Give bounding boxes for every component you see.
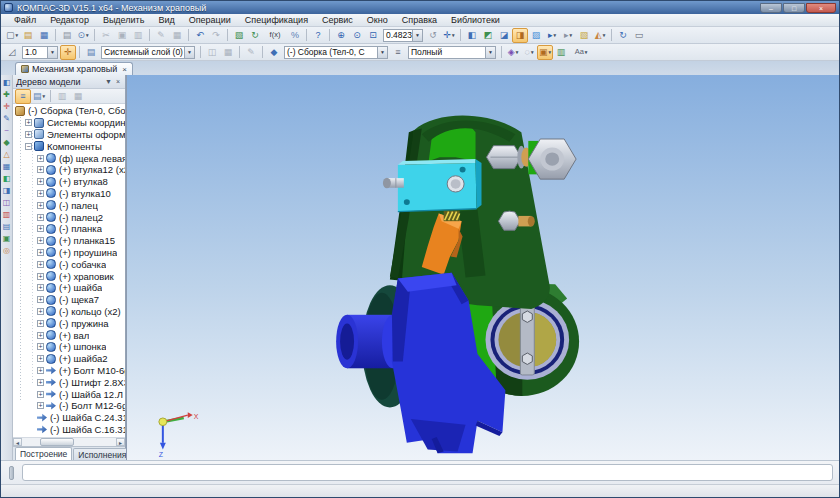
section-view-button[interactable]: ◭▾: [592, 28, 608, 43]
expand-toggle-icon[interactable]: +: [37, 391, 44, 398]
tree-item[interactable]: + (+) вал: [13, 329, 125, 341]
scroll-track[interactable]: [22, 438, 116, 446]
dropdown-arrow-icon[interactable]: ▼: [485, 47, 495, 58]
update-document-button[interactable]: ↻: [247, 28, 263, 43]
menu-item[interactable]: Операции: [182, 15, 238, 25]
tree-composition-button[interactable]: ▤▾: [31, 89, 47, 104]
close-button[interactable]: ×: [806, 3, 836, 13]
expand-toggle-icon[interactable]: +: [37, 237, 44, 244]
menu-item[interactable]: Сервис: [315, 15, 360, 25]
layers-button[interactable]: ▤: [83, 45, 99, 60]
rotate-model-button[interactable]: ↻: [615, 28, 631, 43]
scroll-thumb[interactable]: [40, 438, 74, 446]
panel-apps-icon[interactable]: ◎: [1, 245, 12, 256]
tree-item[interactable]: (-) Шайба С.24.31 ГО: [13, 412, 125, 424]
fx-variables-button[interactable]: f(x): [263, 28, 287, 43]
expand-toggle-icon[interactable]: +: [37, 273, 44, 280]
panel-measure-icon[interactable]: ◫: [1, 197, 12, 208]
document-tab[interactable]: Механизм храповый ×: [15, 62, 133, 75]
menu-item[interactable]: Вид: [151, 15, 181, 25]
designations-button[interactable]: Aa▾: [569, 45, 593, 60]
menu-item[interactable]: Справка: [395, 15, 444, 25]
expand-toggle-icon[interactable]: +: [37, 166, 44, 173]
tree-item[interactable]: + (-) щека7: [13, 294, 125, 306]
scroll-left-icon[interactable]: ◄: [13, 438, 22, 446]
tree-item[interactable]: + (+) проушина: [13, 247, 125, 259]
tree-item[interactable]: + (+) шайба: [13, 282, 125, 294]
zoom-area-button[interactable]: ⊡: [365, 28, 381, 43]
tree-item[interactable]: + (+) шайба2: [13, 353, 125, 365]
menu-item[interactable]: Файл: [7, 15, 43, 25]
document-scale-icon[interactable]: ◿: [4, 45, 20, 60]
message-input[interactable]: [22, 464, 833, 481]
tree-item[interactable]: + (ф) щека левая: [13, 152, 125, 164]
dropdown-arrow-icon[interactable]: ▼: [377, 47, 387, 58]
expand-toggle-icon[interactable]: +: [37, 332, 44, 339]
tree-structure-button[interactable]: ≡: [15, 89, 31, 104]
cut-button[interactable]: ✂: [98, 28, 114, 43]
expand-toggle-icon[interactable]: +: [37, 296, 44, 303]
tree-item[interactable]: + (-) пружина: [13, 317, 125, 329]
model-spring[interactable]: [444, 211, 460, 222]
refresh-view-button[interactable]: ↺: [425, 28, 441, 43]
menu-item[interactable]: Библиотеки: [444, 15, 507, 25]
select-filter-button[interactable]: ▸▾: [544, 28, 560, 43]
panel-body-icon[interactable]: ◧: [1, 173, 12, 184]
scroll-right-icon[interactable]: ►: [116, 438, 125, 446]
preview-button[interactable]: ⊙▾: [75, 28, 91, 43]
splitter-grip[interactable]: [9, 466, 14, 480]
display-combo[interactable]: Полный ▼: [408, 46, 496, 59]
current-part-icon[interactable]: ◆: [266, 45, 282, 60]
tree-item[interactable]: + (-) Гайка М24х2-6Н.0: [13, 435, 125, 437]
panel-reports-icon[interactable]: ▣: [1, 233, 12, 244]
expand-toggle-icon[interactable]: +: [37, 249, 44, 256]
zoom-scale-combo[interactable]: 0.4823 ▼: [383, 29, 423, 42]
expand-toggle-icon[interactable]: +: [37, 190, 44, 197]
tree-item[interactable]: + (+) Болт М10-6gх50.1: [13, 365, 125, 377]
tree-item[interactable]: − Компоненты: [13, 140, 125, 152]
paste-button[interactable]: ▥: [130, 28, 146, 43]
tree-item[interactable]: + (-) Штифт 2.8Х32 ГОС: [13, 376, 125, 388]
tree-item[interactable]: + (-) собачка: [13, 258, 125, 270]
expand-toggle-icon[interactable]: +: [37, 202, 44, 209]
menu-item[interactable]: Окно: [360, 15, 395, 25]
expand-toggle-icon[interactable]: +: [37, 178, 44, 185]
shading-mode-button[interactable]: ◨: [512, 28, 528, 43]
expand-toggle-icon[interactable]: +: [37, 225, 44, 232]
menu-item[interactable]: Выделить: [96, 15, 152, 25]
minimize-button[interactable]: –: [760, 3, 782, 13]
expand-toggle-icon[interactable]: +: [37, 379, 44, 386]
tree-item[interactable]: + (-) Болт М12-6gх40.10: [13, 400, 125, 412]
components-filter-button[interactable]: ◈▾: [505, 45, 521, 60]
layout-button[interactable]: ◫: [204, 45, 220, 60]
zoom-selected-button[interactable]: ⊙: [349, 28, 365, 43]
tree-item[interactable]: + (+) храповик: [13, 270, 125, 282]
show-frame-button[interactable]: ▭: [631, 28, 647, 43]
orientation-top-button[interactable]: ◩: [480, 28, 496, 43]
copy-properties-button[interactable]: ✎: [153, 28, 169, 43]
scale-combo[interactable]: 1.0 ▼: [22, 46, 58, 59]
expand-toggle-icon[interactable]: +: [37, 367, 44, 374]
dropdown-arrow-icon[interactable]: ▼: [47, 47, 57, 58]
print-button[interactable]: ▤: [59, 28, 75, 43]
hide-objects-button[interactable]: ▧: [576, 28, 592, 43]
tree-horizontal-scrollbar[interactable]: ◄ ►: [13, 437, 125, 446]
tree-item[interactable]: (-) Сборка (Тел-0, Сборочны: [13, 105, 125, 117]
tree-item[interactable]: + (+) планка15: [13, 235, 125, 247]
panel-close-icon[interactable]: ×: [114, 78, 122, 85]
tab-close-icon[interactable]: ×: [122, 65, 127, 74]
panel-filters-icon[interactable]: ▥: [1, 209, 12, 220]
panel-arrays-icon[interactable]: ▦: [1, 161, 12, 172]
orientation-iso-button[interactable]: ◪: [496, 28, 512, 43]
snap-toggle-button[interactable]: ✛: [60, 45, 76, 60]
tree-item[interactable]: + (-) палец: [13, 199, 125, 211]
load-mode-button[interactable]: ▣▾: [537, 45, 553, 60]
visibility-button[interactable]: ◌▾: [521, 45, 537, 60]
tree-item[interactable]: + Элементы оформления: [13, 129, 125, 141]
maximize-button[interactable]: □: [783, 3, 805, 13]
expand-toggle-icon[interactable]: +: [37, 343, 44, 350]
expand-toggle-icon[interactable]: −: [25, 143, 32, 150]
menu-item[interactable]: Спецификация: [238, 15, 315, 25]
tree-item[interactable]: + (+) втулка8: [13, 176, 125, 188]
expand-toggle-icon[interactable]: +: [25, 131, 32, 138]
